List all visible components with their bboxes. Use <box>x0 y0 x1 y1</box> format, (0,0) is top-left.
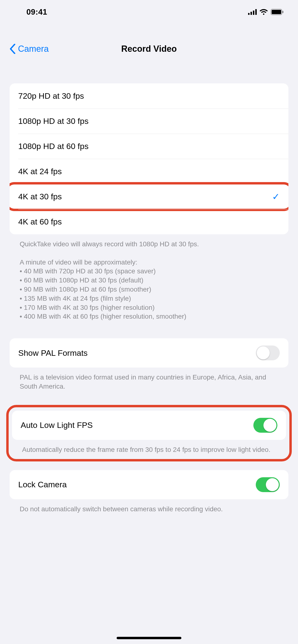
lockcamera-footer: Do not automatically switch between came… <box>10 499 288 519</box>
lockcamera-label: Lock Camera <box>18 480 67 489</box>
status-icons <box>248 9 284 15</box>
back-button[interactable]: Camera <box>10 44 49 54</box>
wifi-icon <box>260 9 268 15</box>
cellular-icon <box>248 9 257 15</box>
footer-intro: A minute of video will be approximately: <box>20 258 278 267</box>
pal-label: Show PAL Formats <box>18 348 88 358</box>
pal-row[interactable]: Show PAL Formats <box>10 338 288 368</box>
lowlight-toggle[interactable] <box>253 418 277 433</box>
page-title: Record Video <box>121 44 177 54</box>
svg-rect-3 <box>255 9 257 15</box>
resolution-label: 4K at 60 fps <box>18 217 62 226</box>
resolution-option[interactable]: 4K at 24 fps <box>10 159 288 184</box>
toggle-knob <box>257 346 270 360</box>
svg-rect-5 <box>272 10 281 14</box>
battery-icon <box>271 9 284 15</box>
footer-quicktake: QuickTake video will always record with … <box>20 240 278 249</box>
lowlight-label: Auto Low Light FPS <box>21 420 93 430</box>
checkmark-icon: ✓ <box>272 192 280 202</box>
lockcamera-row[interactable]: Lock Camera <box>10 470 288 499</box>
home-indicator[interactable] <box>117 637 181 639</box>
resolution-label: 720p HD at 30 fps <box>18 91 84 100</box>
footer-size-line: • 400 MB with 4K at 60 fps (higher resol… <box>20 312 278 321</box>
footer-size-line: • 135 MB with 4K at 24 fps (film style) <box>20 294 278 303</box>
resolution-option[interactable]: 1080p HD at 60 fps <box>10 134 288 159</box>
pal-footer: PAL is a television video format used in… <box>10 368 288 396</box>
resolution-option-selected[interactable]: 4K at 30 fps ✓ <box>10 184 288 209</box>
svg-rect-2 <box>253 10 254 15</box>
resolution-label: 1080p HD at 30 fps <box>18 116 89 126</box>
pal-toggle[interactable] <box>256 346 280 360</box>
back-label: Camera <box>18 44 49 54</box>
lowlight-row[interactable]: Auto Low Light FPS <box>12 411 286 440</box>
lockcamera-toggle[interactable] <box>256 477 280 492</box>
toggle-knob <box>263 419 276 432</box>
resolution-option[interactable]: 720p HD at 30 fps <box>10 84 288 108</box>
footer-size-line: • 40 MB with 720p HD at 30 fps (space sa… <box>20 267 278 276</box>
footer-size-line: • 60 MB with 1080p HD at 30 fps (default… <box>20 276 278 285</box>
pal-group: Show PAL Formats <box>10 338 288 368</box>
chevron-left-icon <box>10 44 16 54</box>
resolution-label: 1080p HD at 60 fps <box>18 142 89 151</box>
resolution-label: 4K at 24 fps <box>18 167 62 176</box>
footer-size-line: • 170 MB with 4K at 30 fps (higher resol… <box>20 303 278 312</box>
footer-size-line: • 90 MB with 1080p HD at 60 fps (smoothe… <box>20 285 278 294</box>
resolution-list: 720p HD at 30 fps 1080p HD at 30 fps 108… <box>10 84 288 234</box>
lowlight-group: Auto Low Light FPS <box>12 411 286 440</box>
lowlight-footer: Automatically reduce the frame rate from… <box>12 440 286 458</box>
resolution-option[interactable]: 1080p HD at 30 fps <box>10 108 288 134</box>
resolution-footer: QuickTake video will always record with … <box>10 234 288 326</box>
highlight-annotation: Auto Low Light FPS Automatically reduce … <box>6 405 292 462</box>
svg-rect-6 <box>282 11 283 13</box>
resolution-label: 4K at 30 fps <box>18 192 62 201</box>
toggle-knob <box>266 478 279 491</box>
lockcamera-group: Lock Camera <box>10 470 288 499</box>
svg-rect-0 <box>248 13 249 15</box>
nav-bar: Camera Record Video <box>0 38 298 60</box>
status-time: 09:41 <box>26 8 47 16</box>
svg-rect-1 <box>250 12 252 15</box>
resolution-option[interactable]: 4K at 60 fps <box>10 209 288 234</box>
status-bar: 09:41 <box>0 0 298 24</box>
